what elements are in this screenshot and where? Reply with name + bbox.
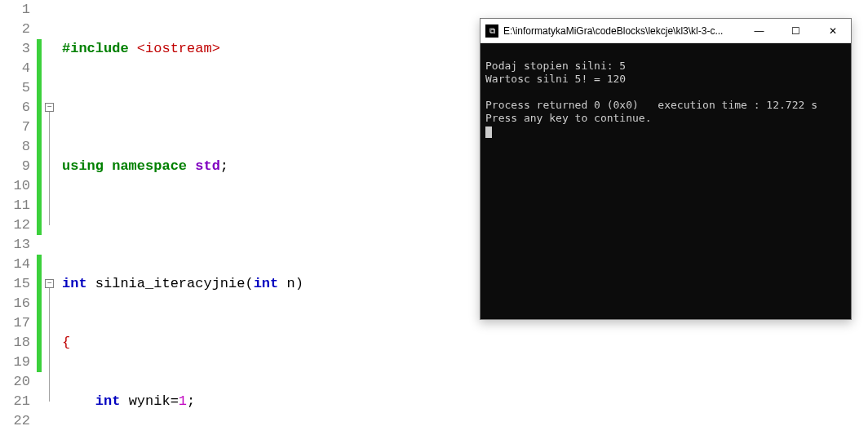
line-number: 15 [0,274,30,294]
app-icon: ⧉ [485,24,498,38]
line-number: 6 [0,98,30,118]
line-number: 14 [0,255,30,274]
line-number: 21 [0,392,30,411]
include-path: <iostream> [137,41,220,56]
line-number: 7 [0,118,30,137]
line-number: 19 [0,353,30,372]
line-number: 1 [0,0,30,20]
keyword: using [62,158,104,174]
line-number: 13 [0,235,30,255]
line-number: 11 [0,196,30,215]
line-number: 22 [0,411,30,431]
close-button[interactable]: ✕ [814,19,851,43]
term-line: Process returned 0 (0x0) execution time … [485,99,817,111]
maximize-button[interactable]: ☐ [777,19,814,43]
minimize-button[interactable]: — [741,19,777,43]
term-line: Press any key to continue. [485,112,652,124]
line-number: 5 [0,78,30,98]
keyword: #include [62,41,129,56]
line-number: 8 [0,137,30,157]
line-number: 10 [0,176,30,196]
line-number: 16 [0,294,30,313]
code-line: int wynik=1; [62,392,569,411]
line-number: 4 [0,59,30,78]
change-marker-column [37,0,43,435]
line-number: 18 [0,333,30,353]
line-number: 17 [0,313,30,333]
term-line: Podaj stopien silni: 5 [485,60,626,72]
code-line: { [62,333,569,353]
window-title: E:\informatykaMiGra\codeBlocks\lekcje\kl… [503,25,741,37]
console-window[interactable]: ⧉ E:\informatykaMiGra\codeBlocks\lekcje\… [480,18,852,320]
line-number-gutter: 12345678910111213141516171819202122 [0,0,37,435]
terminal-output[interactable]: Podaj stopien silni: 5 Wartosc silni 5! … [480,43,851,319]
terminal-cursor [485,127,492,138]
titlebar[interactable]: ⧉ E:\informatykaMiGra\codeBlocks\lekcje\… [480,19,851,43]
modified-marker [37,255,42,372]
line-number: 12 [0,215,30,235]
fold-toggle[interactable]: − [45,103,54,112]
line-number: 9 [0,157,30,176]
fold-toggle[interactable]: − [45,279,54,288]
term-line: Wartosc silni 5! = 120 [485,73,626,85]
line-number: 20 [0,372,30,392]
line-number: 2 [0,20,30,39]
fold-column: −− [43,0,55,435]
modified-marker [37,39,42,235]
line-number: 3 [0,39,30,59]
